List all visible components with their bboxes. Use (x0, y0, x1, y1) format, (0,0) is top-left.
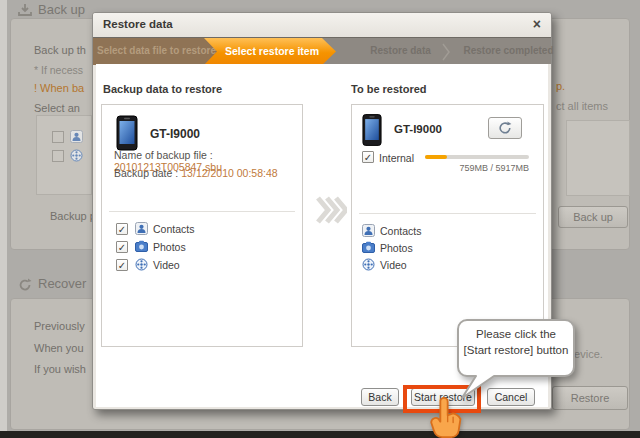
dialog-title: Restore data (103, 18, 173, 30)
photos-label: Photos (153, 241, 186, 253)
recover-line1: Previously (34, 320, 85, 332)
photos-icon (135, 240, 148, 255)
tooltip-text: Please click the [Start restore] button (458, 326, 574, 358)
recover-line3: If you wish (34, 363, 86, 375)
screen: Back up Back up th * If necess ! When ba… (0, 0, 640, 438)
select-all-items-label: ct all items (556, 100, 608, 112)
backup-warning-line: ! When ba (34, 82, 84, 94)
check-icon: ✓ (118, 260, 126, 271)
check-icon: ✓ (364, 152, 372, 163)
video-label: Video (380, 259, 407, 271)
checkbox-internal[interactable]: ✓ (362, 151, 374, 163)
recover-icon (18, 278, 32, 294)
backup-date-line: Backup date : 13/12/2010 00:58:48 (114, 167, 278, 179)
backup-warning-tail: p. (556, 80, 565, 92)
recover-line2: When you (34, 342, 84, 354)
recover-section-title: Recover (38, 276, 86, 291)
tooltip-line1: Please click the (458, 326, 574, 342)
photos-icon (362, 241, 375, 256)
storage-usage-text: 759MB / 5917MB (425, 163, 529, 173)
backup-select-line: Select an (34, 102, 80, 114)
backup-desc-line2: * If necess (34, 64, 83, 76)
step-restore-data-label: Restore data (353, 45, 448, 56)
dialog-titlebar: Restore data × (93, 13, 551, 37)
backup-checkbox-video[interactable] (52, 150, 64, 162)
file-label: Name of backup file : (114, 149, 213, 161)
step-restore-completed-label: Restore completed (451, 45, 566, 56)
checkbox-video[interactable]: ✓ (116, 259, 128, 271)
transfer-arrow-icon (315, 195, 347, 227)
phone-icon (116, 115, 138, 153)
chevron-right-icon (441, 43, 451, 63)
to-be-restored-box: GT-I9000 ✓ Internal 759MB / 5917MB Conta… (351, 104, 544, 347)
checkbox-photos[interactable]: ✓ (116, 241, 128, 253)
wizard-stepbar: Select data file to restore Select resto… (93, 37, 551, 64)
phone-icon (362, 113, 382, 149)
hand-cursor-icon (424, 397, 464, 438)
divider (109, 211, 295, 212)
checkbox-contacts[interactable]: ✓ (116, 223, 128, 235)
app-bottom-bar (0, 431, 640, 438)
backup-data-box: GT-I9000 Name of backup file : 20101213T… (101, 104, 303, 347)
internal-progress-fill (425, 155, 447, 159)
tooltip-line2: [Start restore] button (458, 342, 574, 358)
step-select-data-file-label: Select data file to restore (93, 45, 220, 56)
internal-progress-track (425, 155, 529, 159)
check-icon: ✓ (118, 224, 126, 235)
internal-label: Internal (379, 152, 414, 164)
refresh-button[interactable] (488, 117, 522, 139)
contacts-label: Contacts (153, 223, 194, 235)
left-panel-header: Backup data to restore (103, 83, 222, 95)
left-device-name: GT-I9000 (150, 127, 200, 141)
contacts-icon (135, 222, 148, 237)
check-icon: ✓ (118, 242, 126, 253)
tooltip-callout: Please click the [Start restore] button (440, 316, 580, 400)
backup-section-title: Back up (38, 2, 85, 17)
close-icon[interactable]: × (533, 16, 541, 32)
backup-device-box-right (566, 120, 630, 196)
photos-label: Photos (380, 242, 413, 254)
backup-checkbox-contacts[interactable] (52, 131, 64, 143)
contacts-icon (70, 130, 83, 145)
backup-icon (18, 3, 32, 19)
date-value: 13/12/2010 00:58:48 (181, 167, 277, 179)
contacts-icon (362, 224, 375, 239)
video-icon (362, 258, 375, 273)
video-icon (135, 258, 148, 273)
divider (359, 213, 536, 214)
right-device-name: GT-I9000 (394, 123, 442, 135)
date-label: Backup date : (114, 167, 178, 179)
right-panel-header: To be restored (351, 83, 427, 95)
app-left-edge (0, 0, 7, 438)
backup-device-box-left (36, 115, 92, 195)
video-label: Video (153, 259, 180, 271)
back-button[interactable]: Back (361, 388, 399, 406)
contacts-label: Contacts (380, 225, 421, 237)
backup-desc-line1: Back up th (34, 44, 86, 56)
step-select-restore-item-label: Select restore item (217, 45, 327, 57)
backup-button[interactable]: Back up (558, 206, 628, 228)
video-icon (70, 149, 83, 164)
